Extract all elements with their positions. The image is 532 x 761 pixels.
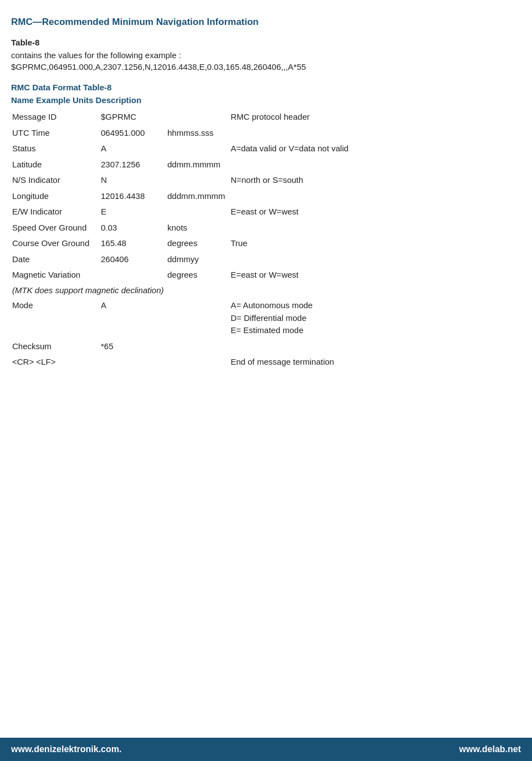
row-description: E=east or W=west <box>229 267 521 283</box>
row-units: hhmmss.sss <box>166 125 229 141</box>
row-name: <CR> <LF> <box>11 354 100 370</box>
row-example <box>100 267 166 283</box>
row-units: knots <box>166 220 229 236</box>
row-name: Speed Over Ground <box>11 220 100 236</box>
row-name: E/W Indicator <box>11 204 100 220</box>
row-name: UTC Time <box>11 125 100 141</box>
row-example: 260406 <box>100 252 166 268</box>
table-row: StatusAA=data valid or V=data not valid <box>11 141 521 157</box>
italic-note: (MTK does support magnetic declination) <box>11 283 521 298</box>
page-title: RMC—Recommended Minimum Navigation Infor… <box>11 17 521 28</box>
table-row: Longitude12016.4438dddmm.mmmm <box>11 188 521 205</box>
row-name: Message ID <box>11 109 100 125</box>
nmea-string: $GPRMC,064951.000,A,2307.1256,N,12016.44… <box>11 62 521 71</box>
table-row: <CR> <LF>End of message termination <box>11 354 521 370</box>
table-row: N/S IndicatorNN=north or S=south <box>11 172 521 188</box>
table-row: Speed Over Ground0.03knots <box>11 220 521 236</box>
row-example <box>100 354 166 370</box>
footer: www.denizelektronik.com. www.delab.net <box>0 738 532 761</box>
row-units <box>166 141 229 157</box>
row-example: A <box>100 298 166 339</box>
table-row: Latitude2307.1256ddmm.mmmm <box>11 157 521 173</box>
row-units <box>166 339 229 355</box>
row-name: Status <box>11 141 100 157</box>
row-example: 12016.4438 <box>100 188 166 205</box>
footer-right-link[interactable]: www.delab.net <box>459 744 521 754</box>
row-example: $GPRMC <box>100 109 166 125</box>
table-row: E/W IndicatorEE=east or W=west <box>11 204 521 220</box>
row-description: End of message termination <box>229 354 521 370</box>
row-name: Checksum <box>11 339 100 355</box>
row-example: 2307.1256 <box>100 157 166 173</box>
footer-left-link[interactable]: www.denizelektronik.com. <box>11 744 121 754</box>
row-example: 0.03 <box>100 220 166 236</box>
table-row: Course Over Ground165.48degreesTrue <box>11 236 521 252</box>
table-label: Table-8 <box>11 38 521 47</box>
row-example: 165.48 <box>100 236 166 252</box>
row-example: N <box>100 172 166 188</box>
table-header-row: Name Example Units Description <box>11 95 521 105</box>
row-description: A= Autonomous mode D= Differential mode … <box>229 298 521 339</box>
row-name: Date <box>11 252 100 268</box>
row-units: degrees <box>166 267 229 283</box>
row-name: Magnetic Variation <box>11 267 100 283</box>
row-description <box>229 188 521 205</box>
row-name: Course Over Ground <box>11 236 100 252</box>
row-units <box>166 204 229 220</box>
row-example: *65 <box>100 339 166 355</box>
row-description: N=north or S=south <box>229 172 521 188</box>
row-name: N/S Indicator <box>11 172 100 188</box>
table-row: Magnetic VariationdegreesE=east or W=wes… <box>11 267 521 283</box>
row-units: degrees <box>166 236 229 252</box>
row-name: Mode <box>11 298 100 339</box>
row-units: ddmmyy <box>166 252 229 268</box>
table-row: UTC Time064951.000hhmmss.sss <box>11 125 521 141</box>
row-example: 064951.000 <box>100 125 166 141</box>
row-units: ddmm.mmmm <box>166 157 229 173</box>
row-description <box>229 125 521 141</box>
row-units <box>166 109 229 125</box>
row-description <box>229 339 521 355</box>
row-example: A <box>100 141 166 157</box>
row-units <box>166 172 229 188</box>
intro-text: contains the values for the following ex… <box>11 50 521 60</box>
row-name: Longitude <box>11 188 100 205</box>
row-name: Latitude <box>11 157 100 173</box>
row-description: RMC protocol header <box>229 109 521 125</box>
table-row: Checksum*65 <box>11 339 521 355</box>
row-description <box>229 157 521 173</box>
table-row: Message ID$GPRMCRMC protocol header <box>11 109 521 125</box>
table-row: Date260406ddmmyy <box>11 252 521 268</box>
row-example: E <box>100 204 166 220</box>
data-table: Message ID$GPRMCRMC protocol headerUTC T… <box>11 109 521 370</box>
row-description <box>229 252 521 268</box>
row-description: True <box>229 236 521 252</box>
row-units: dddmm.mmmm <box>166 188 229 205</box>
row-description <box>229 220 521 236</box>
row-units <box>166 354 229 370</box>
row-description: A=data valid or V=data not valid <box>229 141 521 157</box>
main-content: RMC—Recommended Minimum Navigation Infor… <box>0 0 532 738</box>
section-title: RMC Data Format Table-8 <box>11 83 521 92</box>
row-units <box>166 298 229 339</box>
row-description: E=east or W=west <box>229 204 521 220</box>
